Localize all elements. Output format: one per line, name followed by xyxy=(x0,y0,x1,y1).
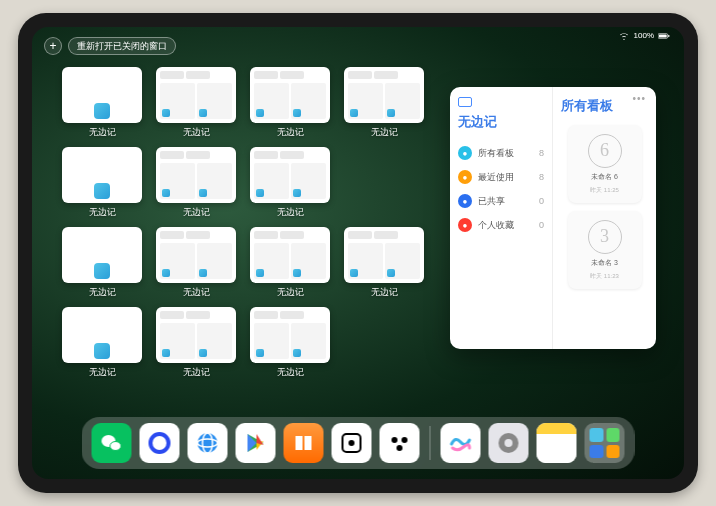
app-tile[interactable]: 无边记 xyxy=(344,227,424,299)
app-tile[interactable]: 无边记 xyxy=(62,227,142,299)
app-tile[interactable]: 无边记 xyxy=(250,307,330,379)
app-tile[interactable]: 无边记 xyxy=(250,227,330,299)
svg-point-10 xyxy=(349,440,355,446)
status-bar: 100% xyxy=(618,31,670,40)
dock-app-atoms[interactable] xyxy=(380,423,420,463)
panel-content: 所有看板 6未命名 6昨天 11:253未命名 3昨天 11:23 xyxy=(553,87,656,349)
app-tile[interactable]: 无边记 xyxy=(156,307,236,379)
top-bar: + 重新打开已关闭的窗口 xyxy=(44,37,176,55)
screen: 100% + 重新打开已关闭的窗口 无边记 无边记 无边记 无边记 无边记 无边… xyxy=(32,27,684,479)
dock-app-settings[interactable] xyxy=(489,423,529,463)
sidebar-item[interactable]: ●所有看板8 xyxy=(458,141,544,165)
app-tile[interactable]: 无边记 xyxy=(62,67,142,139)
dock-app-quark[interactable] xyxy=(140,423,180,463)
panel-title: 无边记 xyxy=(458,113,544,131)
dock-app-playstore[interactable] xyxy=(236,423,276,463)
app-tile[interactable]: 无边记 xyxy=(250,67,330,139)
sidebar-item[interactable]: ●已共享0 xyxy=(458,189,544,213)
item-icon: ● xyxy=(458,170,472,184)
app-tile[interactable]: 无边记 xyxy=(250,147,330,219)
svg-point-15 xyxy=(505,439,513,447)
svg-point-12 xyxy=(402,437,408,443)
battery-text: 100% xyxy=(634,31,654,40)
dock xyxy=(82,417,635,469)
app-tile[interactable]: 无边记 xyxy=(62,307,142,379)
svg-point-4 xyxy=(110,442,121,451)
board-icon xyxy=(458,97,472,107)
app-tile[interactable]: 无边记 xyxy=(344,67,424,139)
dock-app-qqbrowser[interactable] xyxy=(188,423,228,463)
add-button[interactable]: + xyxy=(44,37,62,55)
svg-point-11 xyxy=(392,437,398,443)
dock-app-wechat[interactable] xyxy=(92,423,132,463)
svg-rect-1 xyxy=(659,34,667,37)
panel-content-title: 所有看板 xyxy=(561,97,613,115)
app-tile[interactable]: 无边记 xyxy=(156,67,236,139)
sketch-thumbnail: 6 xyxy=(588,134,622,168)
battery-icon xyxy=(658,32,670,40)
board-card[interactable]: 3未命名 3昨天 11:23 xyxy=(568,211,642,289)
svg-point-5 xyxy=(151,434,169,452)
item-icon: ● xyxy=(458,146,472,160)
reopen-closed-window-button[interactable]: 重新打开已关闭的窗口 xyxy=(68,37,176,55)
svg-rect-2 xyxy=(668,34,669,36)
app-tile[interactable]: 无边记 xyxy=(156,147,236,219)
dock-app-books[interactable] xyxy=(284,423,324,463)
board-card[interactable]: 6未命名 6昨天 11:25 xyxy=(568,125,642,203)
sidebar-item[interactable]: ●最近使用8 xyxy=(458,165,544,189)
svg-point-6 xyxy=(198,433,218,453)
item-icon: ● xyxy=(458,194,472,208)
app-tile[interactable]: 无边记 xyxy=(156,227,236,299)
freeform-panel[interactable]: ••• 无边记 ●所有看板8●最近使用8●已共享0●个人收藏0 所有看板 6未命… xyxy=(450,87,656,349)
dock-app-apps-folder[interactable] xyxy=(585,423,625,463)
wifi-icon xyxy=(618,32,630,40)
svg-point-13 xyxy=(397,445,403,451)
dock-app-dice[interactable] xyxy=(332,423,372,463)
item-icon: ● xyxy=(458,218,472,232)
app-tile[interactable]: 无边记 xyxy=(62,147,142,219)
more-icon[interactable]: ••• xyxy=(632,93,646,104)
dock-app-freeform[interactable] xyxy=(441,423,481,463)
ipad-frame: 100% + 重新打开已关闭的窗口 无边记 无边记 无边记 无边记 无边记 无边… xyxy=(18,13,698,493)
panel-sidebar: 无边记 ●所有看板8●最近使用8●已共享0●个人收藏0 xyxy=(450,87,553,349)
dock-app-notes[interactable] xyxy=(537,423,577,463)
app-switcher-tiles: 无边记 无边记 无边记 无边记 无边记 无边记 无边记 无边记 无边记 无边记 … xyxy=(62,67,422,379)
sidebar-item[interactable]: ●个人收藏0 xyxy=(458,213,544,237)
dock-separator xyxy=(430,426,431,460)
sketch-thumbnail: 3 xyxy=(588,220,622,254)
